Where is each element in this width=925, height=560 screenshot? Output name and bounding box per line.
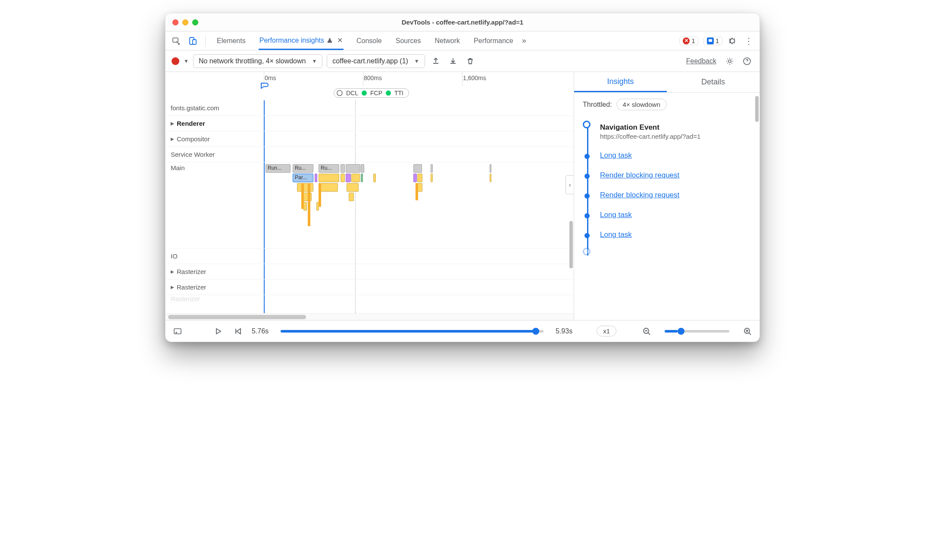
flame-block[interactable] xyxy=(490,164,491,173)
zoom-window-button[interactable] xyxy=(192,19,198,25)
zoom-in-icon[interactable] xyxy=(741,325,753,337)
event-link[interactable]: Long task xyxy=(600,211,632,219)
tab-details[interactable]: Details xyxy=(667,72,759,92)
flame-block[interactable]: Par... xyxy=(293,174,313,182)
flame-bar[interactable] xyxy=(319,183,321,207)
event-link[interactable]: Long task xyxy=(600,230,632,239)
event-item[interactable]: Render blocking request xyxy=(597,186,753,205)
flame-block[interactable] xyxy=(346,174,351,182)
flame-block[interactable] xyxy=(347,183,359,192)
flame-bar[interactable] xyxy=(416,183,418,200)
throttling-select[interactable]: No network throttling, 4× slowdown ▼ xyxy=(193,54,322,68)
event-link[interactable]: Render blocking request xyxy=(600,171,679,179)
flame-block[interactable] xyxy=(297,183,313,192)
playback-slider[interactable] xyxy=(281,330,544,333)
event-item[interactable]: Render blocking request xyxy=(597,166,753,185)
throttle-label: Throttled: xyxy=(583,101,612,109)
event-item[interactable]: Long task xyxy=(597,225,753,244)
flame-block[interactable] xyxy=(361,174,363,182)
issues-badge[interactable]: 1 xyxy=(703,37,722,45)
help-icon[interactable] xyxy=(741,55,753,68)
record-button[interactable] xyxy=(172,57,179,65)
error-badge[interactable]: ✕ 1 xyxy=(679,37,698,45)
minimize-window-button[interactable] xyxy=(182,19,188,25)
track-row[interactable]: ▶Compositor xyxy=(166,131,574,147)
zoom-slider[interactable] xyxy=(665,330,729,333)
flame-block[interactable] xyxy=(319,174,339,182)
delete-icon[interactable] xyxy=(464,55,477,68)
flame-block[interactable] xyxy=(341,164,345,173)
axis-tick-label: 800ms xyxy=(364,75,382,81)
flame-block[interactable] xyxy=(346,164,360,173)
flame-bar[interactable] xyxy=(308,183,310,226)
insights-content[interactable]: Throttled: 4× slowdown Navigation Event … xyxy=(574,93,759,320)
flame-block[interactable] xyxy=(490,174,491,182)
expand-sidebar-button[interactable]: › xyxy=(566,175,574,194)
flame-block[interactable] xyxy=(417,174,422,182)
flame-block[interactable]: Ru... xyxy=(319,164,339,173)
tab-performance-insights[interactable]: Performance insights ✕ xyxy=(259,32,344,50)
more-tabs-icon[interactable]: » xyxy=(518,34,531,47)
event-link[interactable]: Long task xyxy=(600,151,632,159)
export-icon[interactable] xyxy=(429,55,442,68)
screenshot-toggle-icon[interactable] xyxy=(172,325,184,337)
throttle-chip[interactable]: 4× slowdown xyxy=(616,99,667,110)
track-row-main[interactable]: Main Run...Ru...Ru...Par... xyxy=(166,162,574,249)
flame-bar[interactable] xyxy=(301,183,304,209)
horizontal-scrollbar[interactable] xyxy=(166,313,574,320)
tab-network[interactable]: Network xyxy=(434,33,461,49)
tab-sources[interactable]: Sources xyxy=(395,33,422,49)
event-bullet-icon xyxy=(583,121,591,128)
flame-block[interactable] xyxy=(321,183,338,192)
expand-icon[interactable]: ▶ xyxy=(171,137,174,141)
flame-block[interactable] xyxy=(315,174,317,182)
inspect-element-icon[interactable] xyxy=(170,34,183,47)
expand-icon[interactable]: ▶ xyxy=(171,285,174,289)
zoom-out-icon[interactable] xyxy=(641,325,653,337)
tab-performance[interactable]: Performance xyxy=(473,33,514,49)
event-navigation[interactable]: Navigation Event https://coffee-cart.net… xyxy=(597,118,753,145)
event-link[interactable]: Render blocking request xyxy=(600,191,679,199)
vertical-scrollbar[interactable] xyxy=(755,96,759,122)
event-item[interactable]: Long task xyxy=(597,205,753,224)
flame-block[interactable]: Ru... xyxy=(293,164,313,173)
track-row[interactable]: ▶Rasterizer xyxy=(166,264,574,280)
flame-block[interactable] xyxy=(431,164,433,173)
tab-insights[interactable]: Insights xyxy=(574,72,667,92)
metrics-pill[interactable]: DCL FCP TTI xyxy=(334,88,409,98)
flame-block[interactable] xyxy=(361,164,364,173)
event-bullet-icon xyxy=(584,193,590,199)
flame-block[interactable] xyxy=(413,164,422,173)
zoom-level-chip[interactable]: x1 xyxy=(597,326,616,336)
flame-block[interactable]: Run... xyxy=(266,164,291,173)
expand-icon[interactable]: ▶ xyxy=(171,121,174,126)
more-icon[interactable]: ⋮ xyxy=(742,34,755,47)
feedback-link[interactable]: Feedback xyxy=(686,57,716,65)
flame-block[interactable] xyxy=(341,174,345,182)
track-row[interactable]: ▶Renderer xyxy=(166,116,574,131)
flame-block[interactable] xyxy=(373,174,376,182)
tab-elements[interactable]: Elements xyxy=(216,33,247,49)
play-icon[interactable] xyxy=(212,325,224,337)
rewind-icon[interactable] xyxy=(232,325,244,337)
vertical-scrollbar[interactable] xyxy=(569,152,573,273)
panel-settings-icon[interactable] xyxy=(723,55,736,68)
flame-block[interactable] xyxy=(431,174,433,182)
import-icon[interactable] xyxy=(447,55,459,68)
device-toolbar-icon[interactable] xyxy=(186,34,199,47)
settings-icon[interactable] xyxy=(726,34,739,47)
event-item[interactable]: Long task xyxy=(597,146,753,165)
track-list[interactable]: fonts.gstatic.com ▶Renderer ▶Compositor … xyxy=(166,100,574,313)
record-menu-caret[interactable]: ▼ xyxy=(184,58,189,64)
expand-icon[interactable]: ▶ xyxy=(171,269,174,274)
flame-block[interactable] xyxy=(303,202,307,211)
flame-block[interactable] xyxy=(351,174,360,182)
flame-block[interactable] xyxy=(413,174,417,182)
track-row[interactable]: ▶Rasterizer xyxy=(166,280,574,295)
page-select[interactable]: coffee-cart.netlify.app (1) ▼ xyxy=(327,54,425,68)
close-tab-icon[interactable]: ✕ xyxy=(337,36,343,44)
flame-block[interactable] xyxy=(349,193,354,201)
tab-console[interactable]: Console xyxy=(356,33,383,49)
close-window-button[interactable] xyxy=(172,19,178,25)
track-row: Service Worker xyxy=(166,147,574,162)
